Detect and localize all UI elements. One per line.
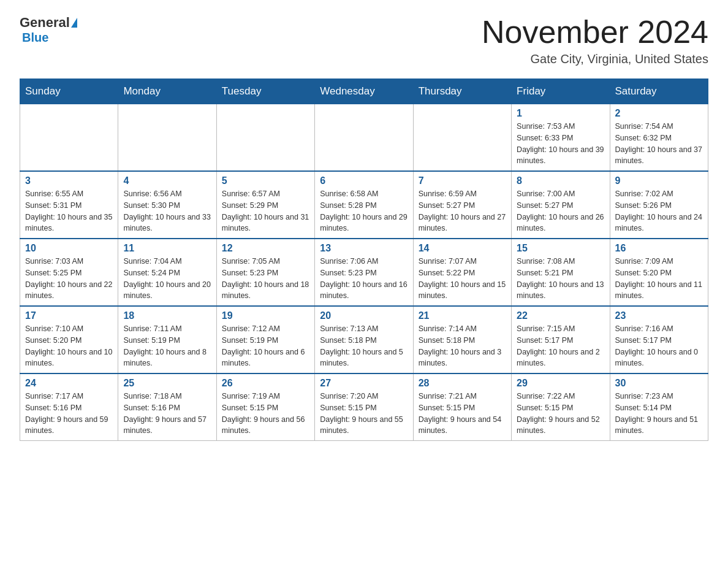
day-info: Sunrise: 7:18 AMSunset: 5:16 PMDaylight:… [123, 391, 211, 437]
calendar-cell: 20Sunrise: 7:13 AMSunset: 5:18 PMDayligh… [315, 306, 413, 373]
day-number: 29 [517, 378, 604, 389]
calendar-cell: 11Sunrise: 7:04 AMSunset: 5:24 PMDayligh… [118, 239, 216, 306]
calendar-week-1: 3Sunrise: 6:55 AMSunset: 5:31 PMDaylight… [20, 171, 708, 239]
day-info: Sunrise: 7:20 AMSunset: 5:15 PMDaylight:… [320, 391, 408, 437]
day-number: 17 [25, 310, 113, 321]
day-number: 22 [517, 310, 604, 321]
calendar-cell: 22Sunrise: 7:15 AMSunset: 5:17 PMDayligh… [512, 306, 610, 373]
day-info: Sunrise: 7:07 AMSunset: 5:22 PMDaylight:… [419, 256, 506, 302]
day-number: 28 [419, 378, 506, 389]
day-info: Sunrise: 6:58 AMSunset: 5:28 PMDaylight:… [320, 188, 408, 234]
day-number: 27 [320, 378, 408, 389]
calendar-cell: 25Sunrise: 7:18 AMSunset: 5:16 PMDayligh… [118, 373, 216, 441]
day-number: 10 [25, 243, 113, 254]
day-number: 23 [615, 310, 703, 321]
day-info: Sunrise: 7:09 AMSunset: 5:20 PMDaylight:… [615, 256, 703, 302]
calendar-week-0: 1Sunrise: 7:53 AMSunset: 6:33 PMDaylight… [20, 104, 708, 172]
day-number: 8 [517, 175, 604, 186]
day-number: 14 [419, 243, 506, 254]
day-info: Sunrise: 7:16 AMSunset: 5:17 PMDaylight:… [615, 323, 703, 369]
title-block: November 2024 Gate City, Virginia, Unite… [482, 15, 708, 66]
page-header: General Blue November 2024 Gate City, Vi… [20, 15, 708, 66]
day-info: Sunrise: 7:04 AMSunset: 5:24 PMDaylight:… [123, 256, 211, 302]
calendar-week-4: 24Sunrise: 7:17 AMSunset: 5:16 PMDayligh… [20, 373, 708, 441]
calendar-cell: 28Sunrise: 7:21 AMSunset: 5:15 PMDayligh… [413, 373, 511, 441]
day-number: 11 [123, 243, 211, 254]
calendar-cell: 17Sunrise: 7:10 AMSunset: 5:20 PMDayligh… [20, 306, 118, 373]
day-number: 6 [320, 175, 408, 186]
calendar-cell [315, 104, 413, 172]
calendar-week-3: 17Sunrise: 7:10 AMSunset: 5:20 PMDayligh… [20, 306, 708, 373]
day-of-week-friday: Friday [512, 79, 610, 104]
calendar-cell [118, 104, 216, 172]
calendar-cell [216, 104, 314, 172]
calendar-cell: 1Sunrise: 7:53 AMSunset: 6:33 PMDaylight… [512, 104, 610, 172]
day-info: Sunrise: 7:22 AMSunset: 5:15 PMDaylight:… [517, 391, 604, 437]
day-number: 26 [222, 378, 309, 389]
day-info: Sunrise: 7:21 AMSunset: 5:15 PMDaylight:… [419, 391, 506, 437]
day-info: Sunrise: 6:59 AMSunset: 5:27 PMDaylight:… [419, 188, 506, 234]
logo-general-text: General [20, 15, 70, 31]
day-number: 13 [320, 243, 408, 254]
day-info: Sunrise: 7:02 AMSunset: 5:26 PMDaylight:… [615, 188, 703, 234]
location-title: Gate City, Virginia, United States [482, 52, 708, 66]
calendar-cell: 27Sunrise: 7:20 AMSunset: 5:15 PMDayligh… [315, 373, 413, 441]
day-number: 4 [123, 175, 211, 186]
logo: General Blue [20, 15, 77, 45]
day-info: Sunrise: 7:11 AMSunset: 5:19 PMDaylight:… [123, 323, 211, 369]
calendar-cell: 24Sunrise: 7:17 AMSunset: 5:16 PMDayligh… [20, 373, 118, 441]
day-number: 24 [25, 378, 113, 389]
day-info: Sunrise: 7:05 AMSunset: 5:23 PMDaylight:… [222, 256, 309, 302]
calendar-cell: 19Sunrise: 7:12 AMSunset: 5:19 PMDayligh… [216, 306, 314, 373]
day-info: Sunrise: 7:13 AMSunset: 5:18 PMDaylight:… [320, 323, 408, 369]
day-of-week-monday: Monday [118, 79, 216, 104]
calendar-cell: 14Sunrise: 7:07 AMSunset: 5:22 PMDayligh… [413, 239, 511, 306]
day-info: Sunrise: 7:00 AMSunset: 5:27 PMDaylight:… [517, 188, 604, 234]
calendar-cell: 6Sunrise: 6:58 AMSunset: 5:28 PMDaylight… [315, 171, 413, 239]
calendar-cell: 12Sunrise: 7:05 AMSunset: 5:23 PMDayligh… [216, 239, 314, 306]
calendar-cell: 13Sunrise: 7:06 AMSunset: 5:23 PMDayligh… [315, 239, 413, 306]
calendar-cell: 9Sunrise: 7:02 AMSunset: 5:26 PMDaylight… [610, 171, 708, 239]
day-number: 15 [517, 243, 604, 254]
calendar-cell: 10Sunrise: 7:03 AMSunset: 5:25 PMDayligh… [20, 239, 118, 306]
day-info: Sunrise: 7:14 AMSunset: 5:18 PMDaylight:… [419, 323, 506, 369]
day-info: Sunrise: 7:23 AMSunset: 5:14 PMDaylight:… [615, 391, 703, 437]
day-number: 9 [615, 175, 703, 186]
day-of-week-wednesday: Wednesday [315, 79, 413, 104]
day-number: 20 [320, 310, 408, 321]
calendar-cell: 15Sunrise: 7:08 AMSunset: 5:21 PMDayligh… [512, 239, 610, 306]
day-number: 19 [222, 310, 309, 321]
calendar-cell: 5Sunrise: 6:57 AMSunset: 5:29 PMDaylight… [216, 171, 314, 239]
day-info: Sunrise: 7:17 AMSunset: 5:16 PMDaylight:… [25, 391, 113, 437]
month-title: November 2024 [482, 15, 708, 50]
day-info: Sunrise: 7:15 AMSunset: 5:17 PMDaylight:… [517, 323, 604, 369]
day-of-week-sunday: Sunday [20, 79, 118, 104]
calendar-cell: 7Sunrise: 6:59 AMSunset: 5:27 PMDaylight… [413, 171, 511, 239]
day-info: Sunrise: 7:10 AMSunset: 5:20 PMDaylight:… [25, 323, 113, 369]
calendar-cell: 23Sunrise: 7:16 AMSunset: 5:17 PMDayligh… [610, 306, 708, 373]
day-info: Sunrise: 7:53 AMSunset: 6:33 PMDaylight:… [517, 121, 604, 167]
day-info: Sunrise: 7:19 AMSunset: 5:15 PMDaylight:… [222, 391, 309, 437]
day-info: Sunrise: 7:03 AMSunset: 5:25 PMDaylight:… [25, 256, 113, 302]
day-number: 3 [25, 175, 113, 186]
calendar-cell [413, 104, 511, 172]
calendar-cell: 18Sunrise: 7:11 AMSunset: 5:19 PMDayligh… [118, 306, 216, 373]
calendar-table: SundayMondayTuesdayWednesdayThursdayFrid… [20, 79, 708, 441]
calendar-cell: 8Sunrise: 7:00 AMSunset: 5:27 PMDaylight… [512, 171, 610, 239]
day-info: Sunrise: 7:08 AMSunset: 5:21 PMDaylight:… [517, 256, 604, 302]
day-info: Sunrise: 7:12 AMSunset: 5:19 PMDaylight:… [222, 323, 309, 369]
calendar-cell: 30Sunrise: 7:23 AMSunset: 5:14 PMDayligh… [610, 373, 708, 441]
day-info: Sunrise: 6:57 AMSunset: 5:29 PMDaylight:… [222, 188, 309, 234]
day-number: 5 [222, 175, 309, 186]
day-number: 2 [615, 108, 703, 119]
day-info: Sunrise: 6:56 AMSunset: 5:30 PMDaylight:… [123, 188, 211, 234]
calendar-cell: 4Sunrise: 6:56 AMSunset: 5:30 PMDaylight… [118, 171, 216, 239]
day-number: 30 [615, 378, 703, 389]
calendar-cell: 21Sunrise: 7:14 AMSunset: 5:18 PMDayligh… [413, 306, 511, 373]
day-of-week-tuesday: Tuesday [216, 79, 314, 104]
day-number: 7 [419, 175, 506, 186]
day-number: 18 [123, 310, 211, 321]
day-number: 25 [123, 378, 211, 389]
calendar-cell: 16Sunrise: 7:09 AMSunset: 5:20 PMDayligh… [610, 239, 708, 306]
day-of-week-thursday: Thursday [413, 79, 511, 104]
